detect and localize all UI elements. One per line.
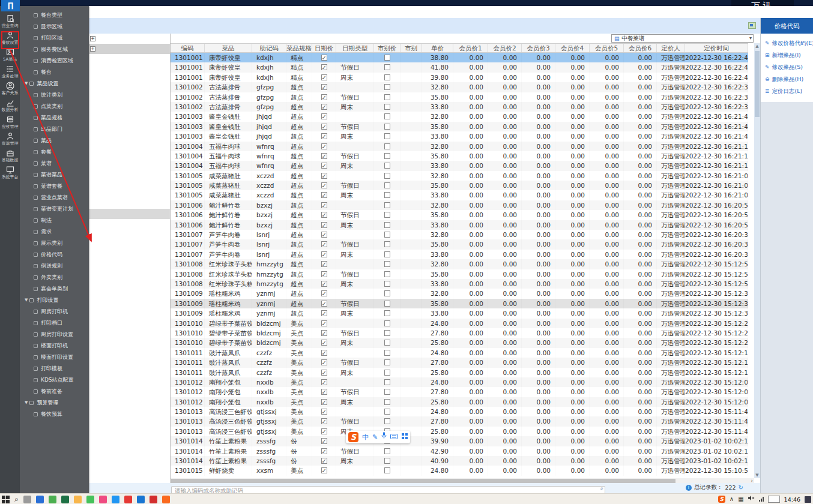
market-price-checkbox[interactable] (384, 212, 390, 218)
market-price-checkbox[interactable] (384, 124, 390, 130)
market-price-checkbox[interactable] (384, 133, 390, 139)
date-price-checkbox[interactable] (321, 301, 327, 307)
chinese-mode-icon[interactable]: 中 (362, 432, 369, 443)
action-新增菜品[interactable]: ⊞新增菜品(I) (761, 49, 813, 61)
menu-item-dish-spec[interactable]: 菜品规格 (20, 112, 89, 124)
column-header[interactable]: 会员价1 (453, 44, 488, 52)
market-price-checkbox[interactable] (384, 310, 390, 316)
notification-icon[interactable] (805, 496, 811, 503)
column-header[interactable]: 助记码 (252, 44, 286, 52)
date-price-checkbox[interactable] (321, 124, 327, 130)
table-row[interactable]: 1301015鲜虾烧卖xxsm美点24.800.000.000.000.000.… (171, 466, 748, 475)
tray-expand-icon[interactable]: ∧ (730, 494, 734, 504)
date-price-checkbox[interactable] (321, 330, 327, 336)
menu-item-meal-prep[interactable]: 餐前准备 (20, 386, 89, 397)
keyboard-icon[interactable] (390, 432, 398, 443)
market-price-checkbox[interactable] (384, 113, 390, 119)
table-row[interactable]: 1301004五福牛肉球wfnrq超点节假日35.800.000.000.000… (171, 151, 748, 161)
sidebar-item-dining-settings[interactable]: 餐饮设置 (0, 31, 20, 47)
table-row[interactable]: 1301001康帝虾饺皇kdxjh精点38.800.000.000.000.00… (171, 53, 748, 62)
date-price-checkbox[interactable] (321, 399, 327, 405)
column-header[interactable]: 市别价 (374, 44, 400, 52)
menu-item-dish-settings[interactable]: ▼菜品设置 (20, 78, 89, 89)
market-price-checkbox[interactable] (384, 340, 390, 346)
market-price-checkbox[interactable] (384, 182, 390, 188)
table-row[interactable]: 1301001康帝虾饺皇kdxjh精点周末39.800.000.000.000.… (171, 73, 748, 82)
market-price-checkbox[interactable] (384, 350, 390, 356)
table-row[interactable]: 1301003酱皇金钱肚jhjqd超点周末33.800.000.000.000.… (171, 131, 748, 141)
column-header[interactable]: 会员价3 (522, 44, 555, 52)
market-price-checkbox[interactable] (384, 399, 390, 405)
table-row[interactable]: 1301014竹笙上素粉果zsssfg份周末40.900.000.000.000… (171, 456, 748, 466)
market-price-checkbox[interactable] (384, 74, 390, 80)
date-price-checkbox[interactable] (321, 320, 327, 326)
table-row[interactable]: 1301013高汤浸三色虾饺gtjssxj美点节假日27.800.000.000… (171, 416, 748, 426)
date-price-checkbox[interactable] (321, 153, 327, 159)
column-header[interactable]: 日期价 (312, 44, 336, 52)
date-price-checkbox[interactable] (321, 222, 327, 228)
date-price-checkbox[interactable] (321, 370, 327, 376)
date-price-checkbox[interactable] (321, 251, 327, 257)
date-price-checkbox[interactable] (321, 418, 327, 424)
table-row[interactable]: 1301006鲍汁鲜竹卷bzxzj超点节假日35.800.000.000.000… (171, 210, 748, 220)
date-price-checkbox[interactable] (321, 281, 327, 287)
table-row[interactable]: 1301004五福牛肉球wfnrq超点32.800.000.000.000.00… (171, 142, 748, 151)
date-price-checkbox[interactable] (321, 192, 327, 198)
market-price-checkbox[interactable] (384, 222, 390, 228)
date-price-checkbox[interactable] (321, 232, 327, 238)
table-row[interactable]: 1301007芦笋牛肉卷lsnrj超点周末33.800.000.000.000.… (171, 250, 748, 259)
tray-keyboard-icon[interactable]: ▦ (738, 494, 743, 504)
expand-icon[interactable]: + (90, 36, 95, 41)
taskbar-app-green-edit[interactable] (49, 496, 56, 503)
table-row[interactable]: 1301009瑶柱糯米鸡yznmj超点32.800.000.000.000.00… (171, 289, 748, 298)
menu-item-kitchen-print-setting[interactable]: 厨房打印设置 (20, 329, 89, 340)
column-header[interactable]: 会员价2 (488, 44, 522, 52)
table-row[interactable]: 1301009瑶柱糯米鸡yznmj超点节假日35.800.000.000.000… (171, 299, 748, 308)
market-price-checkbox[interactable] (384, 55, 390, 61)
table-row[interactable]: 1301006鲍汁鲜竹卷bzxzj超点32.800.000.000.000.00… (171, 200, 748, 210)
app-logo-icon[interactable]: ∏ (1, 0, 20, 11)
sogou-icon[interactable]: S (348, 432, 358, 442)
market-price-checkbox[interactable] (384, 301, 390, 307)
menu-item-consume-check-area[interactable]: 消费检查区域 (20, 55, 89, 67)
date-price-checkbox[interactable] (321, 64, 327, 70)
menu-item-print-template[interactable]: 打印模板 (20, 363, 89, 374)
start-button[interactable] (2, 496, 10, 503)
table-row[interactable]: 1301002古法蒸排骨gfzpg超点周末33.800.000.000.000.… (171, 102, 748, 112)
market-price-checkbox[interactable] (384, 320, 390, 326)
table-row[interactable]: 1301011豉汁蒸凤爪czzfz美点节假日27.800.000.000.000… (171, 358, 748, 367)
column-header[interactable]: 市别 (400, 44, 422, 52)
market-price-checkbox[interactable] (384, 251, 390, 257)
date-price-checkbox[interactable] (321, 448, 327, 454)
table-row[interactable]: 1301013高汤浸三色虾饺gtjssxj美点24.800.000.000.00… (171, 407, 748, 416)
sidebar-item-business-process[interactable]: 业务处理 (0, 64, 20, 80)
market-price-checkbox[interactable] (384, 64, 390, 70)
expand-icon[interactable]: + (90, 46, 95, 52)
date-price-checkbox[interactable] (321, 261, 327, 267)
menu-item-requirement[interactable]: 需求 (20, 226, 89, 238)
table-row[interactable]: 1301012南翔小笼包nxxlb美点节假日27.800.000.000.000… (171, 387, 748, 397)
column-header[interactable]: 定价人 (657, 44, 685, 52)
table-row[interactable]: 1301010碧绿带子菜苗饺bldzcmj美点节假日27.800.000.000… (171, 328, 748, 338)
date-price-checkbox[interactable] (321, 133, 327, 139)
column-header[interactable]: 编码 (171, 44, 205, 52)
menu-item-stat-category[interactable]: 统计类别 (20, 89, 89, 101)
column-header[interactable]: 会员价4 (555, 44, 590, 52)
ime-mode-indicator[interactable] (768, 496, 780, 503)
market-price-checkbox[interactable] (384, 359, 390, 365)
vscroll-thumb[interactable] (755, 51, 760, 117)
menu-item-display-category[interactable]: 展示类别 (20, 238, 89, 249)
menu-item-menu[interactable]: 菜谱 (20, 158, 89, 169)
taskbar-app-blue-dot[interactable] (112, 496, 119, 503)
taskbar-app-red2[interactable] (150, 496, 157, 503)
menu-item-menu-change-plan[interactable]: 菜谱变更计划 (20, 203, 89, 215)
market-price-checkbox[interactable] (384, 94, 390, 100)
table-row[interactable]: 1301005咸菜蒸猪肚xczzd超点周末33.800.000.000.000.… (171, 190, 748, 200)
table-row[interactable]: 1301006鲍汁鲜竹卷bzxzj超点周末33.800.000.000.000.… (171, 220, 748, 230)
date-price-checkbox[interactable] (321, 55, 327, 61)
chevron-down-icon[interactable]: ▾ (749, 35, 752, 41)
menu-item-dish[interactable]: 菜品 (20, 135, 89, 146)
refresh-icon[interactable]: ↻ (739, 484, 743, 491)
menu-item-kitchen-printer[interactable]: 厨房打印机 (20, 306, 89, 317)
date-price-checkbox[interactable] (321, 84, 327, 90)
